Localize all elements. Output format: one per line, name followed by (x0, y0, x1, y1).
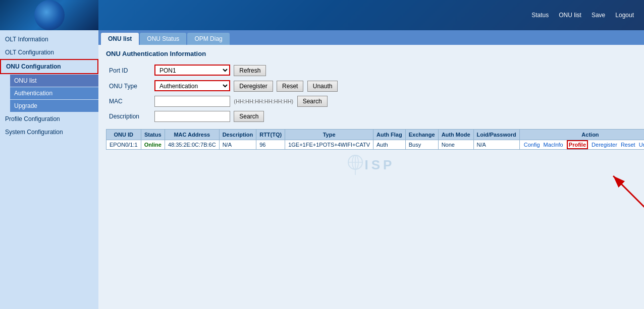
action-config[interactable]: Config (524, 142, 540, 148)
onu-type-select[interactable]: AuthenticationAllOnlineOffline (154, 80, 230, 91)
col-loid: Loid/Password (473, 130, 519, 140)
main-content: ONU list ONU Status OPM Diag ONU Authent… (98, 30, 644, 309)
table-row: EPON0/1:1 Online 48:35:2E:0C:7B:6C N/A 9… (106, 140, 645, 150)
action-macinfo[interactable]: MacInfo (544, 142, 563, 148)
cell-description: N/A (219, 140, 256, 150)
onu-table: ONU ID Status MAC Address Description RT… (106, 129, 644, 150)
description-label: Description (106, 109, 151, 124)
col-type: Type (285, 130, 373, 140)
sidebar-item-olt-info[interactable]: OLT Information (0, 33, 98, 46)
deregister-button[interactable]: Deregister (234, 81, 273, 92)
nav-save[interactable]: Save (592, 12, 605, 19)
description-input[interactable] (154, 111, 230, 122)
col-mac: MAC Address (165, 130, 219, 140)
port-id-label: Port ID (106, 63, 151, 78)
mac-label: MAC (106, 94, 151, 109)
cell-onu-id: EPON0/1:1 (106, 140, 141, 150)
col-onu-id: ONU ID (106, 130, 141, 140)
sidebar-item-authentication[interactable]: Authentication (10, 87, 98, 99)
action-profile[interactable]: Profile (567, 140, 588, 149)
cell-rtt: 96 (256, 140, 285, 150)
search-mac-button[interactable]: Search (297, 96, 328, 107)
tab-onu-list[interactable]: ONU list (101, 33, 139, 45)
sidebar-item-upgrade[interactable]: Upgrade (10, 100, 98, 112)
unauth-button[interactable]: Unauth (307, 81, 338, 92)
nav-logout[interactable]: Logout (615, 12, 634, 19)
tab-onu-status[interactable]: ONU Status (140, 33, 186, 45)
cell-type: 1GE+1FE+1POTS+4WIFI+CATV (285, 140, 373, 150)
col-exchange: Exchange (405, 130, 438, 140)
sidebar-item-onu-list[interactable]: ONU list (10, 75, 98, 87)
cell-loid: N/A (473, 140, 519, 150)
cell-exchange: Busy (405, 140, 438, 150)
refresh-button[interactable]: Refresh (234, 65, 266, 76)
col-description: Description (219, 130, 256, 140)
col-rtt: RTT(TQ) (256, 130, 285, 140)
reset-button[interactable]: Reset (277, 81, 303, 92)
sidebar-item-profile-config[interactable]: Profile Configuration (0, 112, 98, 126)
cell-auth-flag: Auth (373, 140, 405, 150)
mac-input[interactable] (154, 96, 230, 107)
nav-status[interactable]: Status (531, 12, 549, 19)
top-nav: Status ONU list Save Logout (531, 12, 634, 19)
cell-mac: 48:35:2E:0C:7B:6C (165, 140, 219, 150)
logo-globe (34, 0, 65, 30)
sidebar-item-system-config[interactable]: System Configuration (0, 126, 98, 139)
nav-onu-list[interactable]: ONU list (559, 12, 581, 19)
action-unauth[interactable]: Unauth (639, 142, 644, 148)
mac-hint: (HH:HH:HH:HH:HH:HH) (234, 98, 293, 104)
sidebar: OLT Information OLT Configuration ONU Co… (0, 30, 98, 309)
col-status: Status (141, 130, 165, 140)
port-id-select[interactable]: PON1PON2PON3PON4 (154, 65, 230, 76)
sidebar-item-onu-config[interactable]: ONU Configuration (0, 59, 98, 74)
col-auth-mode: Auth Mode (438, 130, 473, 140)
cell-status: Online (141, 140, 165, 150)
action-deregister[interactable]: Deregister (592, 142, 617, 148)
cell-auth-mode: None (438, 140, 473, 150)
isp-watermark: ISP (348, 155, 395, 175)
watermark-area: ISP (106, 150, 636, 190)
tab-bar: ONU list ONU Status OPM Diag (98, 30, 644, 45)
col-auth-flag: Auth Flag (373, 130, 405, 140)
content-body: ONU Authentication Information Port ID P… (98, 45, 644, 195)
onu-type-label: ONU Type (106, 78, 151, 94)
tab-opm-diag[interactable]: OPM Diag (187, 33, 229, 45)
search-desc-button[interactable]: Search (234, 111, 264, 122)
logo-area (0, 0, 98, 30)
action-reset[interactable]: Reset (621, 142, 635, 148)
page-title: ONU Authentication Information (106, 50, 636, 57)
filter-form: Port ID PON1PON2PON3PON4 Refresh ONU Typ… (106, 63, 341, 124)
col-action: Action (519, 130, 644, 140)
cell-action: Config MacInfo Profile Deregister Reset … (519, 140, 644, 150)
sidebar-item-olt-config[interactable]: OLT Configuration (0, 46, 98, 59)
